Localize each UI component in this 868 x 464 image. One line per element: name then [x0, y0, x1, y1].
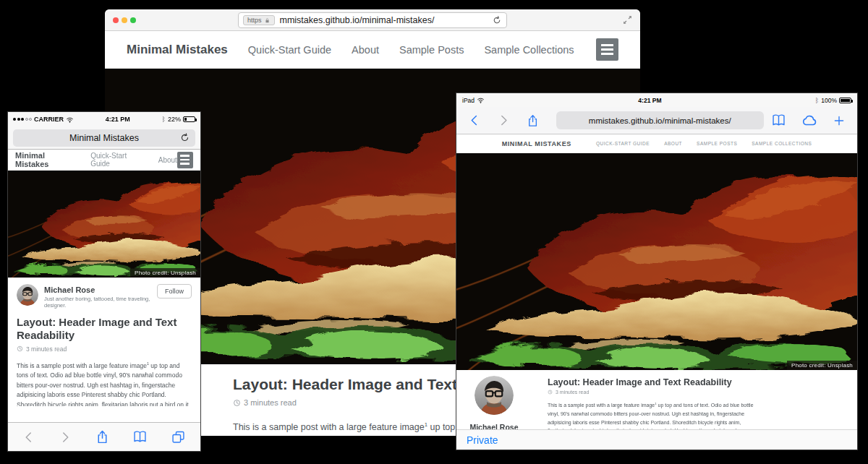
clock-icon: [233, 399, 241, 407]
nav-sample-posts[interactable]: Sample Posts: [697, 141, 737, 146]
leaf-photo: [8, 171, 200, 278]
clock-icon: [548, 390, 553, 395]
tabs-icon[interactable]: [171, 429, 186, 444]
post-paragraph: This is a sample post with a large featu…: [17, 359, 192, 406]
header-image: Photo credit: Unsplash: [456, 153, 857, 370]
zoom-button[interactable]: [130, 17, 136, 23]
nav-quick-start-guide[interactable]: Quick-Start Guide: [90, 152, 146, 168]
back-icon[interactable]: [22, 431, 35, 444]
avatar: [475, 376, 514, 415]
bookmarks-icon[interactable]: [132, 429, 148, 444]
reload-icon[interactable]: [492, 15, 502, 25]
follow-button[interactable]: Follow: [157, 284, 192, 298]
nav-quick-start-guide[interactable]: Quick-Start Guide: [248, 44, 331, 56]
post-paragraph: This is a sample post with a large featu…: [548, 400, 754, 429]
menu-icon[interactable]: [596, 38, 618, 61]
author-name: Michael Rose: [44, 285, 157, 294]
author-name: Michael Rose: [456, 423, 532, 429]
header-image: Photo credit: Unsplash: [8, 171, 200, 278]
read-time: 3 minutes read: [17, 345, 192, 353]
browser-titlebar: https mmistakes.github.io/minimal-mistak…: [105, 9, 640, 31]
site-title-link[interactable]: Minimal Mistakes: [15, 151, 78, 168]
device-label: iPad: [462, 97, 475, 104]
reload-icon[interactable]: [179, 132, 190, 143]
iphone-safari-window: CARRIER 4:21 PM ᛒ 22% Minimal Mistakes M…: [7, 111, 201, 452]
https-label: https: [247, 17, 262, 24]
bookmarks-icon[interactable]: [771, 113, 786, 128]
author-row: Michael Rose Just another boring, tattoo…: [17, 284, 192, 309]
site-title-link[interactable]: Minimal Mistakes: [127, 43, 228, 57]
nav-sample-posts[interactable]: Sample Posts: [399, 44, 464, 56]
bluetooth-icon: ᛒ: [162, 116, 166, 123]
avatar: [17, 284, 38, 306]
iphone-status-bar: CARRIER 4:21 PM ᛒ 22%: [8, 112, 200, 126]
nav-quick-start-guide[interactable]: Quick-Start Guide: [596, 141, 650, 146]
battery-percent: 22%: [168, 116, 181, 123]
battery-icon: [839, 98, 851, 103]
wifi-icon: [66, 116, 74, 124]
close-button[interactable]: [113, 17, 119, 23]
window-controls: [113, 17, 136, 23]
site-title-link[interactable]: Minimal Mistakes: [502, 140, 571, 147]
wifi-icon: [477, 96, 485, 104]
share-icon[interactable]: [95, 429, 110, 444]
nav-about[interactable]: About: [352, 44, 379, 56]
forward-icon[interactable]: [59, 431, 72, 444]
ipad-safari-window: iPad 4:21 PM ᛒ 100% mmistakes.github.io/…: [456, 93, 858, 450]
address-bar[interactable]: Minimal Mistakes: [13, 129, 195, 147]
private-browsing-bar: Private: [456, 429, 857, 450]
signal-strength-icon: [13, 118, 32, 121]
fullscreen-icon[interactable]: [622, 14, 633, 25]
url-text: mmistakes.github.io/minimal-mistakes/: [280, 15, 492, 25]
https-badge: https: [243, 15, 275, 25]
site-masthead: Minimal Mistakes Quick-Start Guide About: [8, 150, 200, 171]
nav-about[interactable]: About: [158, 156, 177, 164]
clock-icon: [17, 345, 23, 352]
address-bar[interactable]: mmistakes.github.io/minimal-mistakes/: [556, 111, 764, 129]
back-icon[interactable]: [468, 113, 481, 127]
address-bar[interactable]: https mmistakes.github.io/minimal-mistak…: [238, 12, 507, 28]
battery-icon: [183, 116, 195, 122]
forward-icon[interactable]: [497, 113, 510, 127]
read-time: 3 minutes read: [548, 390, 757, 395]
iphone-toolbar: Minimal Mistakes: [8, 126, 200, 150]
site-masthead: Minimal Mistakes Quick-Start Guide About…: [456, 134, 857, 153]
leaf-photo: [456, 153, 857, 370]
menu-icon[interactable]: [177, 152, 193, 168]
status-time: 4:21 PM: [106, 116, 130, 123]
post-title: Layout: Header Image and Text Readabilit…: [548, 377, 757, 387]
url-text: Minimal Mistakes: [69, 133, 139, 143]
private-button[interactable]: Private: [467, 434, 498, 446]
photo-credit: Photo credit: Unsplash: [130, 268, 200, 278]
ipad-toolbar: mmistakes.github.io/minimal-mistakes/: [456, 107, 857, 134]
site-masthead: Minimal Mistakes Quick-Start Guide About…: [105, 31, 640, 69]
new-tab-icon[interactable]: [833, 114, 846, 127]
photo-credit: Photo credit: Unsplash: [787, 361, 857, 370]
minimize-button[interactable]: [122, 17, 127, 23]
iphone-bottom-toolbar: [8, 422, 200, 451]
url-text: mmistakes.github.io/minimal-mistakes/: [589, 116, 731, 125]
nav-sample-collections[interactable]: Sample Collections: [752, 141, 812, 146]
bluetooth-icon: ᛒ: [815, 97, 819, 104]
icloud-tabs-icon[interactable]: [801, 112, 818, 129]
post-content: Michael Rose Just another boring, tattoo…: [8, 278, 200, 406]
composite-canvas: https mmistakes.github.io/minimal-mistak…: [0, 0, 868, 464]
nav-about[interactable]: About: [664, 141, 682, 146]
post-title: Layout: Header Image and Text Readabilit…: [17, 316, 192, 343]
carrier-label: CARRIER: [34, 116, 64, 123]
lock-icon: [264, 17, 271, 24]
battery-percent: 100%: [821, 97, 837, 104]
status-time: 4:21 PM: [638, 97, 661, 104]
post-content: Michael Rose Just another boring, tattoo…: [456, 370, 857, 429]
nav-sample-collections[interactable]: Sample Collections: [484, 44, 574, 56]
author-sidebar: Michael Rose Just another boring, tattoo…: [456, 370, 532, 429]
ipad-status-bar: iPad 4:21 PM ᛒ 100%: [456, 93, 857, 107]
share-icon[interactable]: [526, 113, 540, 128]
author-bio: Just another boring, tattooed, time trav…: [44, 296, 157, 309]
